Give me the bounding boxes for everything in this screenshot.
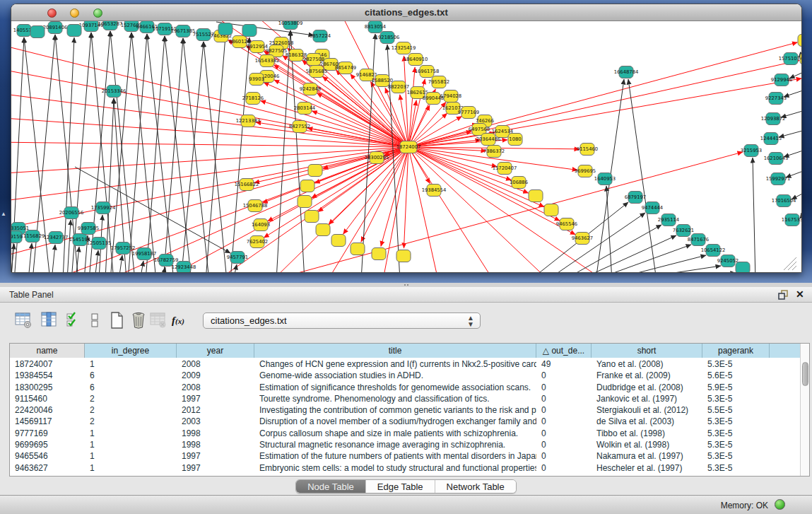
table-cell[interactable]: 2 [85,416,177,427]
table-cell[interactable]: 0 [536,462,592,474]
table-cell[interactable]: Franke et al. (2009) [592,370,702,381]
network-window[interactable]: citations_edges.txt 18724007746382288601… [11,4,802,273]
table-cell[interactable]: Hescheler et al. (1997) [592,462,702,474]
table-cell[interactable]: de Silva et al. (2003) [592,416,702,427]
table-cell[interactable]: 5.3E-5 [702,450,770,462]
table-cell[interactable]: 5.3E-5 [702,393,770,404]
table-row[interactable]: 977716911998Corpus callosum shape and si… [10,428,801,439]
graph-node[interactable] [544,204,558,216]
close-panel-icon[interactable]: ✕ [796,288,804,300]
graph-node[interactable] [529,190,543,202]
table-cell[interactable]: 1997 [177,393,254,404]
graph-node[interactable] [242,25,257,37]
table-cell[interactable]: Disruption of a novel member of a sodium… [254,416,536,427]
table-cell[interactable]: Yano et al. (2008) [592,358,702,370]
table-cell[interactable]: 9463627 [10,462,85,474]
table-cell[interactable]: 2008 [177,358,254,370]
table-cell[interactable]: 0 [536,416,592,427]
table-cell[interactable]: 1 [85,439,177,450]
table-selector-combobox[interactable]: citations_edges.txt ▲▼ [203,313,481,329]
table-cell[interactable]: 2 [85,393,177,404]
function-builder-button[interactable]: f(x) [172,311,193,329]
table-cell[interactable]: 1998 [177,439,254,450]
new-table-button[interactable] [108,311,126,329]
table-cell[interactable]: 5.9E-5 [702,382,770,393]
table-cell[interactable]: Structural magnetic resonance image aver… [254,439,536,450]
table-cell[interactable]: 1 [85,450,177,462]
graph-node[interactable] [316,224,330,236]
table-cell[interactable]: 5.3E-5 [702,416,770,427]
table-cell[interactable]: 5.3E-5 [702,358,770,370]
table-cell[interactable]: 18724007 [10,358,85,370]
table-cell[interactable]: 49 [536,358,592,370]
vertical-scrollbar[interactable] [800,344,809,476]
graph-node[interactable] [396,250,411,262]
column-header-out_de[interactable]: △ out_de... [536,344,592,358]
tab-edge-table[interactable]: Edge Table [366,480,435,493]
table-row[interactable]: 946362711997Embryonic stem cells: a mode… [10,462,801,474]
graph-node[interactable] [372,248,386,260]
table-settings-button[interactable] [14,311,33,329]
column-header-title[interactable]: title [254,344,536,358]
table-cell[interactable]: 14569117 [10,416,85,427]
column-header-name[interactable]: name [10,344,85,358]
table-cell[interactable]: Jankovic et al. (1997) [592,393,702,404]
table-cell[interactable]: Nakamura et al. (1997) [592,450,702,462]
table-cell[interactable]: 2009 [177,370,254,381]
table-cell[interactable]: Estimation of the future numbers of pati… [254,450,536,462]
table-cell[interactable]: Stergiakouli et al. (2012) [592,404,702,416]
table-cell[interactable]: Dudbridge et al. (2008) [592,382,702,393]
table-cell[interactable]: 5.3E-5 [702,428,770,439]
table-row[interactable]: 2242004622012Investigating the contribut… [10,404,801,416]
table-cell[interactable]: 0 [536,393,592,404]
table-cell[interactable]: 2008 [177,382,254,393]
network-canvas[interactable]: 1872400774638228860128891295425226058982… [11,21,801,272]
table-cell[interactable]: 2012 [177,404,254,416]
table-cell[interactable]: 2003 [177,416,254,427]
table-cell[interactable]: 5.3E-5 [702,439,770,450]
table-cell[interactable]: 1 [85,358,177,370]
table-cell[interactable]: Wolkin et al. (1998) [592,439,702,450]
table-cell[interactable]: 1997 [177,450,254,462]
table-cell[interactable]: 9777169 [10,428,85,439]
table-cell[interactable]: 0 [536,439,592,450]
table-cell[interactable]: 9115460 [10,393,85,404]
delete-table-button[interactable] [129,311,148,329]
table-cell[interactable]: 0 [536,382,592,393]
table-cell[interactable]: 5.5E-5 [702,404,770,416]
table-cell[interactable]: Tourette syndrome. Phenomenology and cla… [254,393,536,404]
tab-network-table[interactable]: Network Table [435,480,516,493]
table-cell[interactable]: Investigating the contribution of common… [254,404,536,416]
table-cell[interactable]: 9699695 [10,439,85,450]
graph-node[interactable] [351,243,365,255]
table-cell[interactable]: 1997 [177,462,254,474]
table-cell[interactable]: Embryonic stem cells: a model to study s… [254,462,536,474]
graph-node[interactable] [300,180,314,192]
graph-node[interactable] [298,196,312,208]
table-cell[interactable]: Genome-wide association studies in ADHD. [254,370,536,381]
table-cell[interactable]: 5.3E-5 [702,462,770,474]
table-row[interactable]: 946554611997Estimation of the future num… [10,450,801,462]
graph-node[interactable] [308,165,322,177]
column-header-short[interactable]: short [592,344,702,358]
graph-node[interactable] [305,211,319,223]
check-columns-button[interactable] [65,311,83,329]
table-cell[interactable]: 22420046 [10,404,85,416]
table-row[interactable]: 1456911722003Disruption of a novel membe… [10,416,801,427]
graph-node[interactable] [67,25,81,37]
table-row[interactable]: 1938455462009Genome-wide association stu… [10,370,801,381]
column-header-pagerank[interactable]: pagerank [702,344,770,358]
table-cell[interactable]: 0 [536,428,592,439]
column-header-year[interactable]: year [177,344,254,358]
table-cell[interactable]: 0 [536,450,592,462]
table-row[interactable]: 969969511998Structural magnetic resonanc… [10,439,801,450]
table-row[interactable]: 911546021997Tourette syndrome. Phenomeno… [10,393,801,404]
divider-handle-icon[interactable] [404,284,410,286]
table-row[interactable]: 1872400712008Changes of HCN gene express… [10,358,801,370]
graph-node[interactable] [218,23,233,35]
table-cell[interactable]: 2 [85,404,177,416]
scrollbar-thumb[interactable] [802,362,808,386]
table-cell[interactable]: 9465546 [10,450,85,462]
table-cell[interactable]: 1998 [177,428,254,439]
table-cell[interactable]: 0 [536,370,592,381]
